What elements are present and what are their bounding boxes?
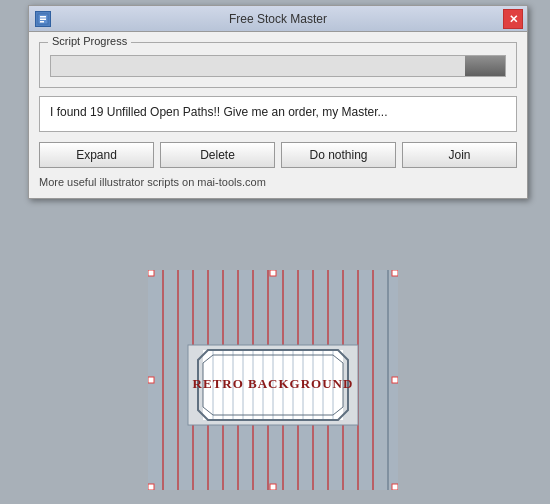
progress-bar-container xyxy=(50,55,506,77)
message-area: I found 19 Unfilled Open Paths!! Give me… xyxy=(39,96,517,132)
svg-rect-58 xyxy=(40,16,46,18)
dialog-title: Free Stock Master xyxy=(229,12,327,26)
progress-group: Script Progress xyxy=(39,42,517,88)
footer-link: More useful illustrator scripts on mai-t… xyxy=(39,176,517,188)
svg-text:RETRO BACKGROUND: RETRO BACKGROUND xyxy=(193,376,354,391)
dialog-titlebar[interactable]: Free Stock Master ✕ xyxy=(29,6,527,32)
svg-rect-52 xyxy=(148,377,154,383)
svg-rect-49 xyxy=(148,270,154,276)
dialog-window: Free Stock Master ✕ Script Progress I fo… xyxy=(28,5,528,199)
svg-rect-54 xyxy=(148,484,154,490)
nothing-button[interactable]: Do nothing xyxy=(281,142,396,168)
svg-rect-50 xyxy=(270,270,276,276)
svg-rect-56 xyxy=(392,484,398,490)
svg-rect-59 xyxy=(40,18,46,20)
delete-button[interactable]: Delete xyxy=(160,142,275,168)
expand-button[interactable]: Expand xyxy=(39,142,154,168)
svg-rect-60 xyxy=(40,21,44,23)
title-icon xyxy=(35,11,51,27)
svg-rect-53 xyxy=(392,377,398,383)
retro-illustration: RETRO BACKGROUND xyxy=(148,270,398,490)
svg-rect-55 xyxy=(270,484,276,490)
svg-rect-51 xyxy=(392,270,398,276)
progress-bar-fill xyxy=(465,56,505,76)
dialog-body: Script Progress I found 19 Unfilled Open… xyxy=(29,32,527,198)
progress-group-label: Script Progress xyxy=(48,35,131,47)
close-button[interactable]: ✕ xyxy=(503,9,523,29)
buttons-row: Expand Delete Do nothing Join xyxy=(39,142,517,168)
join-button[interactable]: Join xyxy=(402,142,517,168)
message-text: I found 19 Unfilled Open Paths!! Give me… xyxy=(50,105,388,119)
